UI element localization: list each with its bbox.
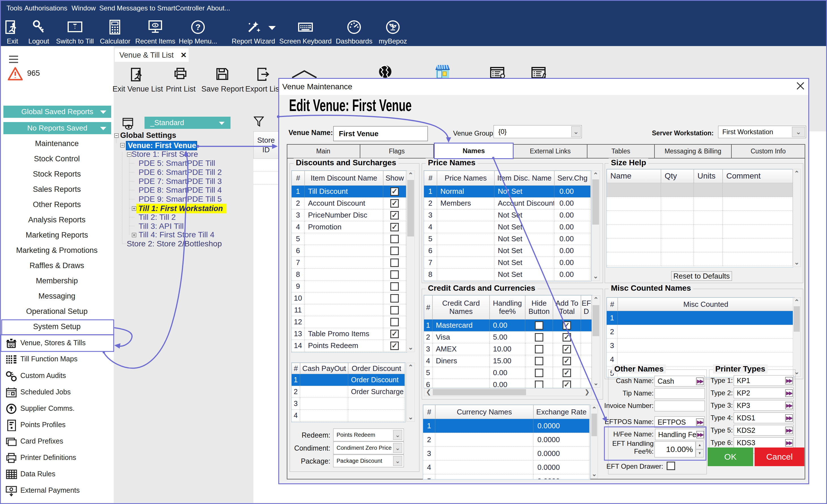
svg-text:?: ?: [195, 22, 200, 32]
